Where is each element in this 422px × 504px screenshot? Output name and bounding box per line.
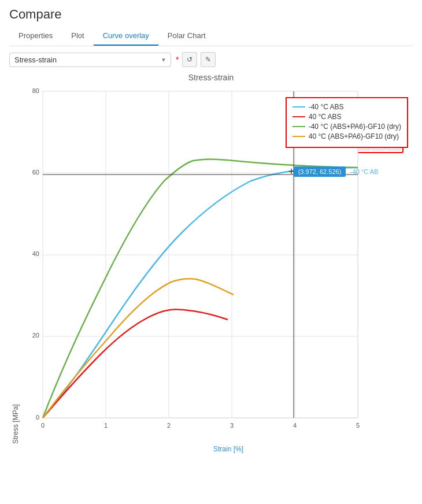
legend-label-3: -40 °C (ABS+PA6)-GF10 (dry) bbox=[309, 123, 401, 131]
controls-bar: Stress-strain ▼ * ↺ ✎ bbox=[9, 52, 413, 67]
legend-item-2: 40 °C ABS bbox=[293, 113, 401, 121]
chart-title: Stress-strain bbox=[9, 73, 413, 82]
legend-color-3 bbox=[293, 126, 305, 127]
svg-text:(3.972, 62.526): (3.972, 62.526) bbox=[298, 168, 342, 175]
legend-color-4 bbox=[293, 136, 305, 137]
page-title: Compare bbox=[9, 7, 413, 22]
chart-area: Stress-strain Stress [MPa] bbox=[9, 73, 413, 453]
required-indicator: * bbox=[176, 55, 179, 64]
y-axis-label: Stress [MPa] bbox=[9, 86, 20, 444]
legend-label-2: 40 °C ABS bbox=[309, 113, 342, 121]
svg-text:20: 20 bbox=[32, 332, 39, 339]
svg-text:-40 °C ABS: -40 °C ABS bbox=[350, 168, 378, 175]
tab-properties[interactable]: Properties bbox=[9, 27, 62, 46]
svg-text:60: 60 bbox=[32, 169, 39, 176]
svg-text:1: 1 bbox=[104, 422, 108, 429]
svg-text:+: + bbox=[288, 166, 295, 177]
svg-text:0: 0 bbox=[41, 422, 45, 429]
chart-container: Stress [MPa] bbox=[9, 86, 413, 444]
tab-polar-chart[interactable]: Polar Chart bbox=[158, 27, 215, 46]
clear-button[interactable]: ✎ bbox=[201, 52, 216, 67]
svg-text:4: 4 bbox=[293, 422, 297, 429]
legend-label-4: 40 °C (ABS+PA6)-GF10 (dry) bbox=[309, 132, 399, 140]
chart-inner: 0 20 40 60 80 0 1 2 3 4 5 bbox=[20, 86, 413, 444]
legend-item-3: -40 °C (ABS+PA6)-GF10 (dry) bbox=[293, 123, 401, 131]
tab-plot[interactable]: Plot bbox=[62, 27, 93, 46]
x-axis-label: Strain [%] bbox=[44, 445, 413, 453]
legend: -40 °C ABS 40 °C ABS -40 °C (ABS+PA6)-GF… bbox=[286, 97, 408, 148]
legend-item-1: -40 °C ABS bbox=[293, 103, 401, 111]
tab-bar: Properties Plot Curve overlay Polar Char… bbox=[9, 27, 413, 46]
tab-curve-overlay[interactable]: Curve overlay bbox=[94, 27, 158, 46]
stress-strain-dropdown[interactable]: Stress-strain bbox=[9, 53, 171, 67]
legend-color-2 bbox=[293, 116, 305, 117]
svg-text:3: 3 bbox=[230, 422, 234, 429]
svg-text:40: 40 bbox=[32, 250, 39, 257]
legend-color-1 bbox=[293, 106, 305, 108]
refresh-button[interactable]: ↺ bbox=[182, 52, 197, 67]
legend-label-1: -40 °C ABS bbox=[309, 103, 344, 111]
svg-text:80: 80 bbox=[32, 87, 39, 94]
stress-strain-dropdown-wrap: Stress-strain ▼ bbox=[9, 53, 171, 67]
svg-text:5: 5 bbox=[356, 422, 360, 429]
legend-item-4: 40 °C (ABS+PA6)-GF10 (dry) bbox=[293, 132, 401, 140]
svg-text:0: 0 bbox=[36, 414, 39, 421]
svg-text:2: 2 bbox=[167, 422, 171, 429]
